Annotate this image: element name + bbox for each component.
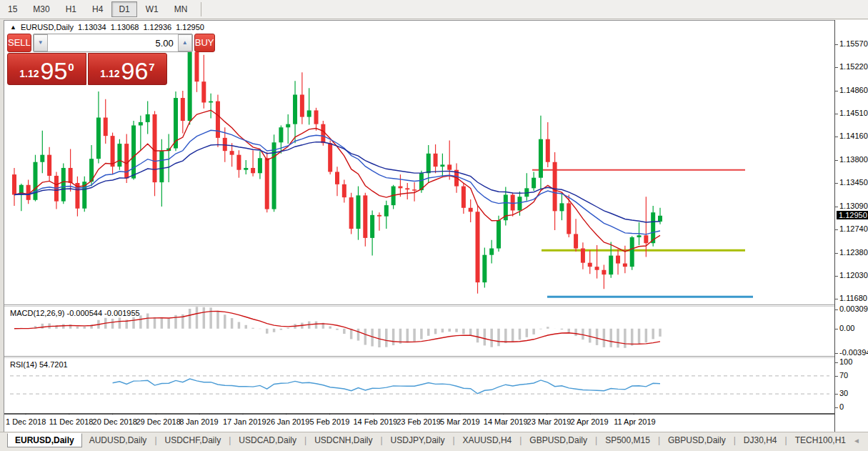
price-tick: 1.13450 (839, 178, 868, 187)
candle-body (321, 124, 325, 144)
tab-dj30-h4[interactable]: DJ30,H4 (737, 434, 784, 447)
rsi-pane (10, 376, 829, 394)
timeframe-button-m30[interactable]: M30 (26, 1, 56, 17)
price-tick: 1.13090 (839, 202, 868, 210)
candle-body (159, 151, 164, 182)
candle-body (539, 139, 543, 178)
candle-body (230, 151, 234, 154)
price-tick: 1.14860 (839, 86, 868, 94)
current-price-tag: 1.12950 (837, 211, 868, 219)
price-tick: 1.15570 (839, 39, 868, 48)
timeframe-button-15[interactable]: 15 (1, 1, 24, 17)
candle-body (623, 264, 627, 267)
date-label: 11 Dec 2018 (49, 417, 94, 426)
sell-price-sup: 0 (68, 56, 74, 73)
tab-separator: | (658, 435, 660, 445)
candle-body (12, 174, 16, 194)
date-label: 29 Dec 2018 (136, 417, 180, 426)
candle-body (153, 114, 157, 182)
candle-body (69, 168, 73, 183)
candle-body (139, 122, 143, 126)
macd-tick: 0.003095 (839, 304, 868, 313)
sell-price-button[interactable]: 1.12 95 0 (7, 53, 86, 85)
ohlc-close: 1.12950 (176, 23, 204, 31)
candle-body (644, 235, 648, 243)
timeframe-button-h4[interactable]: H4 (85, 1, 110, 17)
candle-body (279, 127, 283, 142)
candle-body (146, 114, 150, 122)
candle-body (307, 110, 311, 117)
tab-usdcad-daily[interactable]: USDCAD,Daily (231, 434, 304, 447)
timeframe-toolbar: 15M30H1H4D1W1MN (0, 0, 868, 19)
candle-body (363, 195, 367, 237)
date-label: 8 Jan 2019 (179, 417, 218, 426)
candle-body (40, 155, 44, 162)
candle-body (405, 188, 409, 189)
macd-tick: 0.00 (839, 324, 854, 332)
tab-xauusd-h4[interactable]: XAUUSD,H4 (456, 434, 519, 447)
candle-body (335, 172, 339, 184)
ohlc-open: 1.13034 (78, 23, 106, 31)
tab-sp500-m15[interactable]: SP500,M15 (598, 434, 657, 447)
date-label: 20 Dec 2018 (93, 417, 137, 426)
timeframe-button-mn[interactable]: MN (167, 1, 195, 17)
candle-body (398, 187, 402, 189)
price-tick: 1.12740 (839, 224, 868, 233)
buy-price-sup: 7 (149, 56, 154, 73)
candle-body (532, 178, 536, 189)
candle-body (574, 234, 578, 248)
toolbar-separator (201, 2, 201, 16)
tab-usdjpy-daily[interactable]: USDJPY,Daily (384, 434, 452, 447)
tab-usdcnh-daily[interactable]: USDCNH,Daily (307, 434, 379, 447)
candle-body (349, 197, 354, 229)
price-axis[interactable]: 1.155701.152201.148601.145101.141601.138… (834, 20, 868, 432)
candle-body (201, 81, 206, 102)
timeframe-button-w1[interactable]: W1 (139, 1, 166, 17)
buy-button[interactable]: BUY (194, 34, 215, 52)
tab-separator: | (595, 435, 597, 445)
candle-body (517, 197, 522, 210)
candle-body (595, 267, 599, 270)
candle-body (658, 216, 662, 222)
candle-body (47, 155, 51, 176)
date-label: 1 Dec 2018 (6, 417, 46, 426)
candle-body (546, 139, 550, 162)
chart-title: ▲ EURUSD,Daily 1.13034 1.13068 1.12936 1… (10, 23, 204, 31)
tab-separator: | (154, 435, 156, 445)
status-bar (0, 448, 868, 451)
timeframe-button-d1[interactable]: D1 (111, 1, 136, 17)
candle-body (216, 101, 220, 138)
tab-gbpusd-daily[interactable]: GBPUSD,Daily (661, 434, 733, 447)
candle-body (511, 194, 515, 210)
trade-panel-toggle-icon[interactable]: ▲ (10, 24, 16, 31)
candle-body (553, 162, 557, 212)
one-click-trading-panel: SELL ▼ ▲ BUY 1.12 95 0 1.12 96 7 (7, 34, 167, 85)
date-label: 23 Mar 2019 (527, 417, 572, 426)
candle-body (251, 168, 255, 173)
tab-scroll-left-icon[interactable]: ◄ (853, 437, 860, 445)
tab-audusd-daily[interactable]: AUDUSD,Daily (82, 434, 154, 447)
buy-price-button[interactable]: 1.12 96 7 (88, 53, 167, 85)
candle-body (124, 144, 129, 179)
tab-tech100-h1[interactable]: TECH100,H1 (788, 434, 853, 447)
tab-gbpusd-daily[interactable]: GBPUSD,Daily (522, 434, 594, 447)
candle-body (33, 162, 37, 200)
candle-body (111, 136, 115, 167)
candle-body (412, 189, 416, 191)
sell-button[interactable]: SELL (7, 34, 31, 52)
tab-eurusd-daily[interactable]: EURUSD,Daily (7, 433, 82, 447)
date-label: 2 Apr 2019 (570, 417, 608, 426)
timeframe-button-h1[interactable]: H1 (59, 1, 84, 17)
candle-body (616, 256, 620, 264)
tab-usdchf-daily[interactable]: USDCHF,Daily (158, 434, 229, 447)
candle-body (637, 235, 642, 237)
candle-body (286, 124, 290, 128)
volume-decrease-icon[interactable]: ▼ (34, 34, 48, 51)
price-tick: 1.14160 (839, 132, 868, 140)
candle-body (181, 98, 185, 121)
tab-separator: | (785, 435, 787, 445)
tab-scroll-arrows: ◄► (853, 437, 868, 445)
date-axis[interactable]: 1 Dec 201811 Dec 201820 Dec 201829 Dec 2… (4, 415, 834, 432)
volume-input[interactable] (48, 34, 178, 51)
volume-increase-icon[interactable]: ▲ (178, 34, 192, 51)
